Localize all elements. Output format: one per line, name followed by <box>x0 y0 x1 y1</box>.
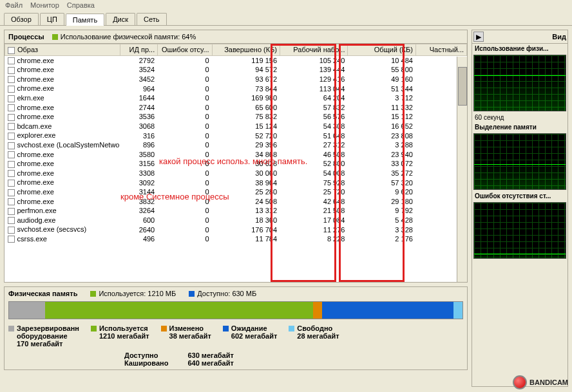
row-checkbox[interactable] <box>8 114 15 121</box>
usage-icon <box>52 34 58 40</box>
row-checkbox[interactable] <box>8 189 15 196</box>
table-row[interactable]: explorer.exe316052 72051 64823 808 <box>5 131 467 140</box>
row-checkbox[interactable] <box>8 227 15 234</box>
right-panel: ▶ Вид Использование физи... 60 секунд Вы… <box>472 30 568 387</box>
physical-memory-panel: Физическая память Используется: 1210 МБ … <box>4 286 468 370</box>
processes-title: Процессы <box>8 33 44 41</box>
table-row[interactable]: csrss.exe496011 7848 2282 176 <box>5 234 467 244</box>
memory-bar <box>8 301 463 319</box>
table-row[interactable]: perfmon.exe3264013 31221 5089 792 <box>5 206 467 216</box>
table-row[interactable]: chrome.exe3452093 672129 41649 160 <box>5 75 467 84</box>
table-row[interactable]: chrome.exe2744065 60057 83211 332 <box>5 103 467 113</box>
table-row[interactable]: chrome.exe3308030 06054 00835 272 <box>5 169 467 178</box>
table-row[interactable]: chrome.exe27920119 156105 24010 484 <box>5 55 467 65</box>
row-checkbox[interactable] <box>8 217 15 224</box>
row-checkbox[interactable] <box>8 180 15 187</box>
graph-physical-usage <box>473 55 566 111</box>
row-checkbox[interactable] <box>8 236 15 243</box>
col-private[interactable]: Частный... <box>415 44 466 56</box>
header-checkbox[interactable] <box>8 47 15 54</box>
tab-memory[interactable]: Память <box>66 14 104 26</box>
table-row[interactable]: svchost.exe (LocalSystemNetwo...896029 3… <box>5 140 467 150</box>
menu-help[interactable]: Справка <box>67 1 95 9</box>
menubar: Файл Монитор Справка <box>0 0 572 10</box>
tabbar: Обзор ЦП Память Диск Сеть <box>0 10 572 26</box>
bandicam-icon <box>513 375 527 389</box>
row-checkbox[interactable] <box>8 208 15 215</box>
menu-file[interactable]: Файл <box>5 1 23 9</box>
usage-label: Использование физической памяти: 64% <box>61 33 196 41</box>
views-label[interactable]: Вид <box>552 33 566 41</box>
col-faults[interactable]: Ошибок отсу... <box>158 44 212 56</box>
col-image[interactable]: Образ <box>5 44 120 56</box>
used-label: Используется: 1210 МБ <box>99 290 176 297</box>
tab-disk[interactable]: Диск <box>106 13 135 25</box>
row-checkbox[interactable] <box>8 104 15 111</box>
tab-network[interactable]: Сеть <box>137 13 166 25</box>
row-checkbox[interactable] <box>8 151 15 158</box>
table-row[interactable]: bdcam.exe3068015 12454 30816 652 <box>5 122 467 131</box>
graph-faults <box>473 202 566 259</box>
graph3-label: Ошибок отсутствия ст... <box>472 191 567 201</box>
table-row[interactable]: chrome.exe3536075 83256 57615 112 <box>5 112 467 122</box>
row-checkbox[interactable] <box>8 133 15 140</box>
avail-label: Доступно: 630 МБ <box>197 290 256 297</box>
legend-free: Свободно28 мегабайт <box>289 324 339 348</box>
avail-icon <box>189 291 195 297</box>
footer-avail-label: Доступно <box>124 351 168 359</box>
table-row[interactable]: chrome.exe3580034 86846 50823 940 <box>5 150 467 160</box>
table-row[interactable]: chrome.exe3832024 50842 64829 180 <box>5 197 467 207</box>
used-icon <box>90 291 96 297</box>
processes-panel: Процессы Использование физической памяти… <box>4 30 468 283</box>
col-commit[interactable]: Завершено (КБ) <box>212 44 280 56</box>
table-row[interactable]: audiodg.exe600018 36017 0845 428 <box>5 216 467 225</box>
table-row[interactable]: chrome.exe3156030 62852 80033 072 <box>5 159 467 169</box>
table-row[interactable]: chrome.exe3092038 96475 92857 320 <box>5 178 467 187</box>
row-checkbox[interactable] <box>8 57 15 64</box>
menu-monitor[interactable]: Монитор <box>30 1 59 9</box>
row-checkbox[interactable] <box>8 161 15 168</box>
row-checkbox[interactable] <box>8 67 15 74</box>
table-row[interactable]: svchost.exe (secsvcs)26400176 70411 2763… <box>5 225 467 234</box>
tab-overview[interactable]: Обзор <box>4 13 39 25</box>
row-checkbox[interactable] <box>8 86 15 93</box>
row-checkbox[interactable] <box>8 95 15 102</box>
graph-timescale: 60 секунд <box>472 113 567 122</box>
graph2-label: Выделение памяти <box>472 122 567 132</box>
row-checkbox[interactable] <box>8 142 15 149</box>
row-checkbox[interactable] <box>8 123 15 130</box>
legend-reserved: Зарезервированноборудование170 мегабайт <box>8 324 79 348</box>
col-working[interactable]: Рабочий набо... <box>280 44 348 56</box>
row-checkbox[interactable] <box>8 170 15 177</box>
legend-used: Используется1210 мегабайт <box>91 324 149 348</box>
footer-cached-label: Кашировано <box>124 359 168 367</box>
bandicam-watermark: BANDICAM <box>513 375 568 389</box>
process-table[interactable]: Образ ИД пр... Ошибок отсу... Завершено … <box>5 44 467 282</box>
legend-standby: Ожидание602 мегабайт <box>223 324 277 348</box>
table-row[interactable]: ekrn.exe16440169 98064 2043 712 <box>5 93 467 103</box>
table-row[interactable]: chrome.exe3524094 572139 44455 800 <box>5 65 467 75</box>
tab-cpu[interactable]: ЦП <box>40 13 64 25</box>
vertical-scrollbar[interactable] <box>457 57 467 282</box>
footer-cached-value: 640 мегабайт <box>187 359 233 367</box>
footer-avail-value: 630 мегабайт <box>187 351 233 359</box>
graph-commit <box>473 133 566 190</box>
table-row[interactable]: chrome.exe964073 844113 04451 344 <box>5 84 467 93</box>
table-row[interactable]: chrome.exe3144025 28025 7209 620 <box>5 187 467 197</box>
row-checkbox[interactable] <box>8 76 15 83</box>
legend-modified: Изменено38 мегабайт <box>161 324 211 348</box>
row-checkbox[interactable] <box>8 198 15 205</box>
physmem-title: Физическая память <box>8 290 77 297</box>
scroll-left-button[interactable]: ▶ <box>473 32 484 42</box>
graph1-label: Использование физи... <box>472 44 567 53</box>
col-pid[interactable]: ИД пр... <box>120 44 158 56</box>
col-shared[interactable]: Общий (КБ) <box>348 44 415 56</box>
